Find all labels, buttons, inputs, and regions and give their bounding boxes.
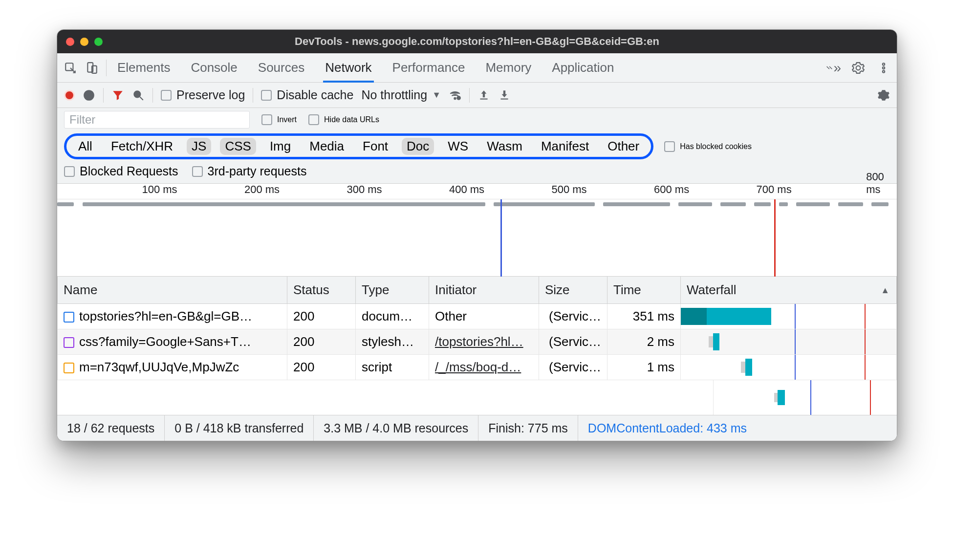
dcl-marker: [500, 199, 502, 277]
size-cell: (Servic…: [539, 304, 607, 329]
network-conditions-icon[interactable]: [449, 89, 461, 102]
type-chip-img[interactable]: Img: [265, 138, 296, 155]
network-settings-gear-icon[interactable]: [877, 89, 890, 102]
request-name: css?family=Google+Sans+T…: [79, 334, 251, 349]
invert-checkbox[interactable]: Invert: [261, 114, 297, 125]
download-har-icon[interactable]: [498, 89, 511, 102]
svg-rect-13: [500, 98, 508, 99]
tab-memory[interactable]: Memory: [483, 53, 533, 82]
js-file-icon: [64, 363, 74, 373]
search-icon[interactable]: [132, 89, 145, 102]
blocked-requests-checkbox[interactable]: Blocked Requests: [64, 164, 178, 178]
settings-gear-icon[interactable]: [850, 60, 867, 76]
css-file-icon: [64, 337, 74, 348]
column-time[interactable]: Time: [607, 277, 681, 304]
status-requests: 18 / 62 requests: [57, 415, 165, 441]
type-chip-ws[interactable]: WS: [443, 138, 473, 155]
window-close-icon[interactable]: [66, 38, 74, 46]
svg-line-9: [140, 97, 143, 100]
svg-point-10: [454, 97, 455, 99]
load-marker: [774, 199, 776, 277]
type-chip-js[interactable]: JS: [187, 138, 211, 155]
throttling-select[interactable]: No throttling ▼: [361, 88, 441, 102]
has-blocked-cookies-checkbox[interactable]: Has blocked cookies: [664, 141, 752, 152]
column-initiator[interactable]: Initiator: [429, 277, 539, 304]
network-toolbar: Preserve log Disable cache No throttling…: [57, 83, 897, 108]
tab-performance[interactable]: Performance: [390, 53, 467, 82]
waterfall-cell: [681, 304, 897, 329]
table-row[interactable]: m=n73qwf,UUJqVe,MpJwZc200script/_/mss/bo…: [58, 355, 897, 380]
status-resources: 3.3 MB / 4.0 MB resources: [314, 415, 478, 441]
column-size[interactable]: Size: [539, 277, 607, 304]
filter-funnel-icon[interactable]: [111, 89, 124, 102]
filter-bar: Filter Invert Hide data URLs AllFetch/XH…: [57, 108, 897, 184]
request-name: topstories?hl=en-GB&gl=GB…: [79, 309, 252, 323]
tab-network[interactable]: Network: [323, 53, 373, 82]
window-zoom-icon[interactable]: [94, 38, 103, 46]
request-name: m=n73qwf,UUJqVe,MpJwZc: [79, 360, 239, 374]
filter-input[interactable]: Filter: [64, 111, 250, 129]
tab-console[interactable]: Console: [189, 53, 239, 82]
preserve-log-checkbox[interactable]: Preserve log: [161, 88, 245, 102]
type-chip-media[interactable]: Media: [304, 138, 349, 155]
status-cell: 200: [287, 304, 356, 329]
type-chip-wasm[interactable]: Wasm: [482, 138, 527, 155]
tab-elements[interactable]: Elements: [115, 53, 172, 82]
type-chip-font[interactable]: Font: [358, 138, 393, 155]
overview-tick: 200 ms: [244, 183, 280, 196]
type-chip-fetchxhr[interactable]: Fetch/XHR: [106, 138, 178, 155]
type-cell: docum…: [356, 304, 429, 329]
column-type[interactable]: Type: [356, 277, 429, 304]
table-empty-area: [57, 380, 897, 415]
inspect-element-icon[interactable]: [62, 60, 79, 76]
svg-point-4: [883, 66, 885, 68]
overview-tick: 700 ms: [757, 183, 792, 196]
main-tabstrip: ElementsConsoleSourcesNetworkPerformance…: [57, 53, 897, 83]
device-toolbar-icon[interactable]: [84, 60, 100, 76]
titlebar: DevTools - news.google.com/topstories?hl…: [57, 30, 897, 53]
status-cell: 200: [287, 355, 356, 380]
time-cell: 2 ms: [607, 329, 681, 355]
clear-icon[interactable]: [83, 89, 95, 102]
blocked-requests-label: Blocked Requests: [80, 164, 178, 178]
table-row[interactable]: topstories?hl=en-GB&gl=GB…200docum…Other…: [58, 304, 897, 329]
column-waterfall[interactable]: Waterfall▲: [681, 277, 897, 304]
time-cell: 1 ms: [607, 355, 681, 380]
tab-application[interactable]: Application: [550, 53, 616, 82]
type-chip-other[interactable]: Other: [603, 138, 644, 155]
initiator-cell[interactable]: /_/mss/boq-d…: [435, 360, 521, 374]
svg-point-8: [134, 91, 140, 97]
type-chip-css[interactable]: CSS: [220, 138, 256, 155]
hide-data-urls-label: Hide data URLs: [324, 115, 379, 124]
type-chip-all[interactable]: All: [73, 138, 97, 155]
overview-tick: 300 ms: [347, 183, 382, 196]
type-chip-manifest[interactable]: Manifest: [536, 138, 594, 155]
more-tabs-icon[interactable]: »: [824, 60, 841, 76]
sort-ascending-icon: ▲: [881, 285, 889, 295]
overview-timeline[interactable]: 100 ms200 ms300 ms400 ms500 ms600 ms700 …: [57, 184, 897, 277]
column-name[interactable]: Name: [58, 277, 287, 304]
overview-tick: 600 ms: [654, 183, 689, 196]
record-button[interactable]: [64, 90, 75, 101]
column-status[interactable]: Status: [287, 277, 356, 304]
time-cell: 351 ms: [607, 304, 681, 329]
third-party-checkbox[interactable]: 3rd-party requests: [192, 164, 307, 178]
upload-har-icon[interactable]: [477, 89, 490, 102]
status-domcontentloaded: DOMContentLoaded: 433 ms: [578, 415, 757, 441]
kebab-menu-icon[interactable]: [875, 60, 892, 76]
requests-table: NameStatusTypeInitiatorSizeTimeWaterfall…: [57, 277, 897, 380]
window-title: DevTools - news.google.com/topstories?hl…: [57, 35, 897, 48]
resource-type-filter: AllFetch/XHRJSCSSImgMediaFontDocWSWasmMa…: [64, 133, 653, 159]
overview-tick: 100 ms: [142, 183, 177, 196]
initiator-cell: Other: [435, 309, 467, 323]
invert-label: Invert: [277, 115, 297, 124]
initiator-cell[interactable]: /topstories?hl…: [435, 334, 523, 349]
svg-point-3: [883, 63, 885, 65]
hide-data-urls-checkbox[interactable]: Hide data URLs: [308, 114, 379, 125]
type-chip-doc[interactable]: Doc: [402, 138, 434, 155]
window-minimize-icon[interactable]: [80, 38, 88, 46]
tab-sources[interactable]: Sources: [256, 53, 306, 82]
svg-point-5: [883, 70, 885, 72]
table-row[interactable]: css?family=Google+Sans+T…200stylesh…/top…: [58, 329, 897, 355]
disable-cache-checkbox[interactable]: Disable cache: [261, 88, 353, 102]
